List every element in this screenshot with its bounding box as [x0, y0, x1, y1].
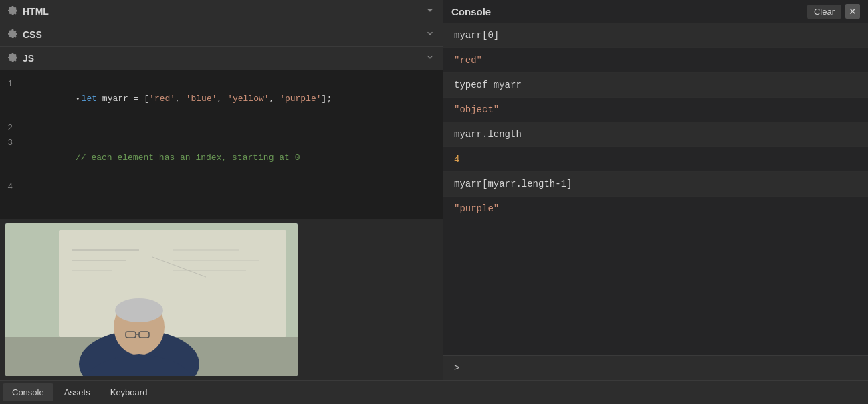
js-gear-icon	[8, 52, 17, 64]
js-chevron-icon	[425, 52, 435, 64]
tab-keyboard[interactable]: Keyboard	[101, 383, 157, 401]
code-line-4: 4	[0, 180, 443, 195]
video-frame	[5, 223, 298, 376]
code-line-3: 3 // each element has an index, starting…	[0, 136, 443, 180]
console-entry-text-3: typeof myarr	[454, 80, 522, 90]
code-line-2: 2	[0, 121, 443, 136]
js-section-header[interactable]: JS	[0, 47, 443, 70]
css-section-header-left: CSS	[8, 29, 42, 41]
js-section-title: JS	[23, 53, 34, 64]
console-actions: Clear ✕	[807, 4, 860, 19]
close-icon: ✕	[849, 6, 857, 17]
console-entry-3: typeof myarr	[443, 73, 868, 98]
console-output: myarr[0] "red" typeof myarr "object" mya…	[443, 23, 868, 355]
console-entry-text-8: "purple"	[454, 203, 499, 214]
console-header: Console Clear ✕	[443, 0, 868, 23]
console-entry-text-4: "object"	[454, 104, 499, 115]
console-input-area: >	[443, 355, 868, 380]
console-entry-5: myarr.length	[443, 122, 868, 147]
console-entry-4: "object"	[443, 98, 868, 122]
line-number-4: 4	[0, 180, 23, 195]
line-number-2: 2	[0, 121, 23, 136]
html-chevron-icon	[425, 5, 435, 17]
html-section-header-left: HTML	[8, 5, 49, 17]
tab-assets[interactable]: Assets	[55, 383, 100, 401]
video-area	[0, 219, 443, 380]
console-entry-2: "red"	[443, 48, 868, 73]
console-entry-8: "purple"	[443, 197, 868, 221]
tab-console[interactable]: Console	[3, 383, 53, 401]
svg-rect-1	[59, 230, 286, 337]
console-title: Console	[451, 6, 491, 17]
console-entry-1: myarr[0]	[443, 23, 868, 48]
console-entry-text-5: myarr.length	[454, 129, 522, 140]
console-entry-7: myarr[myarr.length-1]	[443, 172, 868, 197]
right-panel: Console Clear ✕ myarr[0] "red" typeof my…	[443, 0, 868, 380]
css-gear-icon	[8, 29, 17, 41]
html-section-header[interactable]: HTML	[0, 0, 443, 23]
line-number-1: 1	[0, 77, 23, 92]
js-section-header-left: JS	[8, 52, 34, 64]
code-editor[interactable]: 1 ▾let myarr = ['red', 'blue', 'yellow',…	[0, 70, 443, 219]
css-section-title: CSS	[23, 29, 42, 40]
console-prompt: >	[454, 363, 459, 373]
html-section-title: HTML	[23, 6, 49, 17]
console-entry-text-7: myarr[myarr.length-1]	[454, 179, 572, 189]
bottom-toolbar: Console Assets Keyboard	[0, 380, 868, 404]
css-chevron-icon	[425, 29, 435, 41]
clear-button[interactable]: Clear	[807, 5, 841, 19]
code-line-1: 1 ▾let myarr = ['red', 'blue', 'yellow',…	[0, 77, 443, 121]
line-content-3: // each element has an index, starting a…	[23, 136, 300, 180]
console-entry-text-1: myarr[0]	[454, 30, 499, 41]
console-input[interactable]	[465, 363, 857, 373]
line-number-3: 3	[0, 136, 23, 150]
close-button[interactable]: ✕	[845, 4, 860, 19]
console-entry-text-2: "red"	[454, 55, 482, 66]
main-container: HTML CSS	[0, 0, 868, 380]
svg-point-12	[115, 298, 163, 322]
console-entry-text-6: 4	[454, 154, 459, 165]
css-section-header[interactable]: CSS	[0, 23, 443, 47]
line-content-1: ▾let myarr = ['red', 'blue', 'yellow', '…	[23, 77, 332, 121]
html-gear-icon	[8, 5, 17, 17]
console-entry-6: 4	[443, 147, 868, 172]
left-panel: HTML CSS	[0, 0, 443, 380]
video-player	[5, 223, 298, 376]
